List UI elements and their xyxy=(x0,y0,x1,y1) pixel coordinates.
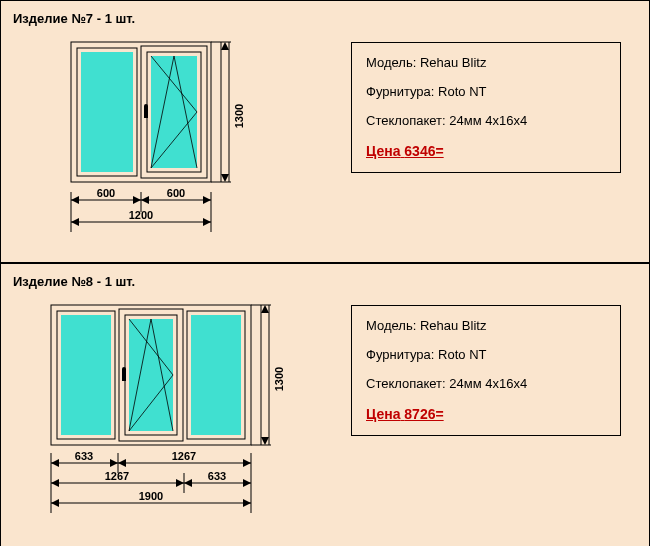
svg-text:1900: 1900 xyxy=(139,490,163,502)
price: Цена 6346= xyxy=(366,142,606,160)
hardware-row: Фурнитура: Roto NT xyxy=(366,84,606,101)
glazing-row: Стеклопакет: 24мм 4х16х4 xyxy=(366,113,606,130)
glazing-value: 24мм 4х16х4 xyxy=(449,376,527,391)
model-label: Модель: xyxy=(366,318,416,333)
product-card: Изделие №7 - 1 шт. xyxy=(0,0,650,263)
window-drawing: 1300 633 1267 xyxy=(11,295,341,545)
svg-rect-34 xyxy=(61,315,111,435)
model-row: Модель: Rehau Blitz xyxy=(366,318,606,335)
glazing-row: Стеклопакет: 24мм 4х16х4 xyxy=(366,376,606,393)
svg-rect-41 xyxy=(191,315,241,435)
hardware-label: Фурнитура: xyxy=(366,347,434,362)
svg-text:633: 633 xyxy=(208,470,226,482)
svg-marker-75 xyxy=(243,499,251,507)
svg-rect-2 xyxy=(81,52,133,172)
window-drawing: 1300 600 600 1200 xyxy=(11,32,341,252)
hardware-value: Roto NT xyxy=(438,84,486,99)
svg-marker-12 xyxy=(221,42,229,50)
svg-marker-66 xyxy=(176,479,184,487)
svg-marker-46 xyxy=(261,305,269,313)
svg-text:1300: 1300 xyxy=(233,104,245,128)
svg-text:1200: 1200 xyxy=(129,209,153,221)
hardware-value: Roto NT xyxy=(438,347,486,362)
model-row: Модель: Rehau Blitz xyxy=(366,55,606,72)
svg-marker-65 xyxy=(51,479,59,487)
content-row: 1300 633 1267 xyxy=(11,295,639,545)
svg-point-7 xyxy=(144,104,148,108)
svg-text:1267: 1267 xyxy=(105,470,129,482)
svg-marker-56 xyxy=(118,459,126,467)
svg-rect-5 xyxy=(151,56,197,168)
svg-text:1300: 1300 xyxy=(273,367,285,391)
glazing-label: Стеклопакет: xyxy=(366,376,446,391)
hardware-row: Фурнитура: Roto NT xyxy=(366,347,606,364)
svg-text:633: 633 xyxy=(75,450,93,462)
info-box: Модель: Rehau Blitz Фурнитура: Roto NT С… xyxy=(351,42,621,173)
svg-marker-13 xyxy=(221,174,229,182)
svg-point-39 xyxy=(122,367,126,371)
svg-marker-57 xyxy=(243,459,251,467)
svg-text:600: 600 xyxy=(167,187,185,199)
svg-marker-74 xyxy=(51,499,59,507)
model-label: Модель: xyxy=(366,55,416,70)
info-box: Модель: Rehau Blitz Фурнитура: Roto NT С… xyxy=(351,305,621,436)
price-label: Цена xyxy=(366,143,400,159)
svg-marker-29 xyxy=(71,218,79,226)
svg-marker-22 xyxy=(141,196,149,204)
svg-marker-55 xyxy=(110,459,118,467)
svg-marker-67 xyxy=(184,479,192,487)
hardware-label: Фурнитура: xyxy=(366,84,434,99)
svg-rect-37 xyxy=(129,319,173,431)
svg-marker-54 xyxy=(51,459,59,467)
svg-marker-20 xyxy=(71,196,79,204)
model-value: Rehau Blitz xyxy=(420,55,486,70)
price: Цена 8726= xyxy=(366,405,606,423)
glazing-value: 24мм 4х16х4 xyxy=(449,113,527,128)
price-value: 6346= xyxy=(404,143,443,159)
glazing-label: Стеклопакет: xyxy=(366,113,446,128)
price-label: Цена xyxy=(366,406,400,422)
product-card: Изделие №8 - 1 шт. xyxy=(0,263,650,546)
product-title: Изделие №7 - 1 шт. xyxy=(13,11,639,26)
svg-marker-47 xyxy=(261,437,269,445)
svg-text:1267: 1267 xyxy=(172,450,196,462)
model-value: Rehau Blitz xyxy=(420,318,486,333)
svg-marker-23 xyxy=(203,196,211,204)
svg-marker-68 xyxy=(243,479,251,487)
content-row: 1300 600 600 1200 xyxy=(11,32,639,252)
price-value: 8726= xyxy=(404,406,443,422)
product-title: Изделие №8 - 1 шт. xyxy=(13,274,639,289)
svg-marker-30 xyxy=(203,218,211,226)
svg-text:600: 600 xyxy=(97,187,115,199)
svg-marker-21 xyxy=(133,196,141,204)
